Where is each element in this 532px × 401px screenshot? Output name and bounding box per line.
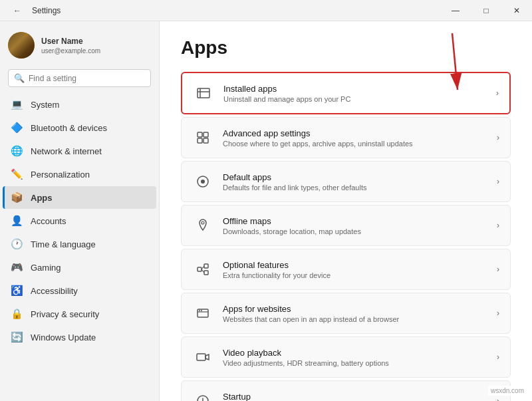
svg-point-9 bbox=[201, 221, 204, 224]
advanced-app-settings-icon bbox=[192, 127, 213, 148]
sidebar-item-accessibility[interactable]: ♿ Accessibility bbox=[3, 279, 156, 302]
svg-rect-3 bbox=[198, 132, 202, 137]
page-title: Apps bbox=[181, 37, 511, 59]
setting-subtitle-optional-features: Extra functionality for your device bbox=[223, 271, 331, 279]
search-box[interactable]: 🔍 bbox=[8, 69, 151, 87]
setting-item-offline-maps[interactable]: Offline maps Downloads, storage location… bbox=[181, 205, 511, 246]
setting-left-installed-apps: Installed apps Uninstall and manage apps… bbox=[193, 82, 350, 104]
setting-item-optional-features[interactable]: Optional features Extra functionality fo… bbox=[181, 249, 511, 290]
svg-rect-12 bbox=[204, 271, 208, 275]
setting-text-advanced-app-settings: Advanced app settings Choose where to ge… bbox=[223, 128, 413, 148]
setting-item-startup[interactable]: Startup Apps that start automatically wh… bbox=[181, 380, 511, 401]
setting-text-video-playback: Video playback Video adjustments, HDR st… bbox=[223, 348, 389, 367]
close-button[interactable]: ✕ bbox=[501, 0, 532, 21]
svg-point-17 bbox=[199, 310, 200, 311]
setting-text-optional-features: Optional features Extra functionality fo… bbox=[223, 260, 331, 279]
setting-title-optional-features: Optional features bbox=[223, 260, 331, 270]
minimize-button[interactable]: — bbox=[440, 0, 471, 21]
setting-item-apps-for-websites[interactable]: Apps for websites Websites that can open… bbox=[181, 293, 511, 334]
setting-title-installed-apps: Installed apps bbox=[223, 84, 350, 94]
accounts-icon: 👤 bbox=[11, 215, 23, 227]
sidebar-item-update[interactable]: 🔄 Windows Update bbox=[3, 326, 156, 348]
avatar bbox=[8, 32, 35, 59]
svg-rect-19 bbox=[197, 354, 205, 360]
user-email: user@example.com bbox=[41, 47, 100, 55]
setting-subtitle-default-apps: Defaults for file and link types, other … bbox=[223, 184, 366, 192]
setting-left-default-apps: Default apps Defaults for file and link … bbox=[192, 171, 366, 192]
setting-item-advanced-app-settings[interactable]: Advanced app settings Choose where to ge… bbox=[181, 117, 511, 158]
main-content: Apps Installed apps Uninstall and manage… bbox=[160, 21, 532, 401]
watermark: wsxdn.com bbox=[488, 386, 527, 396]
sidebar-item-apps[interactable]: 📦 Apps bbox=[3, 186, 156, 209]
setting-subtitle-apps-for-websites: Websites that can open in an app instead… bbox=[223, 315, 399, 323]
bluetooth-icon: 🔷 bbox=[11, 122, 23, 134]
setting-text-default-apps: Default apps Defaults for file and link … bbox=[223, 172, 366, 192]
time-icon: 🕐 bbox=[11, 238, 23, 250]
setting-text-apps-for-websites: Apps for websites Websites that can open… bbox=[223, 304, 399, 323]
app-title: Settings bbox=[32, 6, 61, 15]
apps-icon: 📦 bbox=[11, 192, 23, 203]
app-body: User Name user@example.com 🔍 💻 System 🔷 … bbox=[0, 21, 532, 401]
setting-left-advanced-app-settings: Advanced app settings Choose where to ge… bbox=[192, 127, 413, 148]
window-controls: — □ ✕ bbox=[440, 0, 532, 21]
sidebar-nav: 💻 System 🔷 Bluetooth & devices 🌐 Network… bbox=[0, 92, 159, 349]
setting-subtitle-installed-apps: Uninstall and manage apps on your PC bbox=[223, 95, 350, 103]
user-name: User Name bbox=[41, 37, 100, 46]
sidebar-label-privacy: Privacy & security bbox=[31, 309, 99, 319]
optional-features-icon bbox=[192, 259, 213, 280]
gaming-icon: 🎮 bbox=[11, 261, 23, 273]
setting-left-video-playback: Video playback Video adjustments, HDR st… bbox=[192, 346, 389, 368]
setting-item-video-playback[interactable]: Video playback Video adjustments, HDR st… bbox=[181, 336, 511, 378]
chevron-icon-apps-for-websites: › bbox=[497, 309, 499, 318]
setting-item-default-apps[interactable]: Default apps Defaults for file and link … bbox=[181, 161, 511, 202]
sidebar-item-network[interactable]: 🌐 Network & internet bbox=[3, 140, 156, 162]
sidebar-item-bluetooth[interactable]: 🔷 Bluetooth & devices bbox=[3, 116, 156, 139]
sidebar-label-update: Windows Update bbox=[31, 333, 96, 342]
chevron-icon-offline-maps: › bbox=[497, 221, 499, 230]
sidebar-item-system[interactable]: 💻 System bbox=[3, 93, 156, 116]
setting-text-offline-maps: Offline maps Downloads, storage location… bbox=[223, 216, 361, 235]
sidebar-label-accounts: Accounts bbox=[31, 216, 66, 226]
sidebar-item-gaming[interactable]: 🎮 Gaming bbox=[3, 256, 156, 279]
svg-rect-4 bbox=[203, 132, 208, 137]
titlebar-left: ← Settings bbox=[8, 1, 61, 20]
sidebar-label-network: Network & internet bbox=[31, 146, 102, 156]
sidebar-item-time[interactable]: 🕐 Time & language bbox=[3, 233, 156, 255]
search-icon: 🔍 bbox=[14, 73, 25, 83]
video-playback-icon bbox=[192, 346, 213, 368]
chevron-icon-startup: › bbox=[497, 396, 499, 401]
privacy-icon: 🔒 bbox=[11, 308, 23, 320]
sidebar-label-gaming: Gaming bbox=[31, 263, 61, 273]
sidebar-label-system: System bbox=[31, 100, 59, 110]
setting-text-startup: Startup Apps that start automatically wh… bbox=[223, 392, 371, 402]
svg-rect-10 bbox=[198, 267, 201, 271]
accessibility-icon: ♿ bbox=[11, 285, 23, 297]
sidebar-item-personalization[interactable]: ✏️ Personalization bbox=[3, 163, 156, 186]
chevron-icon-advanced-app-settings: › bbox=[497, 133, 499, 142]
sidebar-item-privacy[interactable]: 🔒 Privacy & security bbox=[3, 303, 156, 325]
setting-title-apps-for-websites: Apps for websites bbox=[223, 304, 399, 314]
setting-title-advanced-app-settings: Advanced app settings bbox=[223, 128, 413, 138]
installed-apps-icon bbox=[193, 82, 214, 104]
offline-maps-icon bbox=[192, 215, 213, 236]
maximize-button[interactable]: □ bbox=[471, 0, 501, 21]
setting-subtitle-video-playback: Video adjustments, HDR streaming, batter… bbox=[223, 359, 389, 367]
personalization-icon: ✏️ bbox=[11, 168, 23, 180]
system-icon: 💻 bbox=[11, 98, 23, 110]
setting-title-startup: Startup bbox=[223, 392, 371, 402]
chevron-icon-installed-apps: › bbox=[496, 88, 499, 98]
setting-subtitle-advanced-app-settings: Choose where to get apps, archive apps, … bbox=[223, 140, 413, 148]
sidebar-label-bluetooth: Bluetooth & devices bbox=[31, 123, 107, 133]
setting-title-video-playback: Video playback bbox=[223, 348, 389, 358]
back-button[interactable]: ← bbox=[8, 1, 27, 20]
user-info: User Name user@example.com bbox=[41, 37, 100, 55]
sidebar-item-accounts[interactable]: 👤 Accounts bbox=[3, 209, 156, 232]
startup-icon bbox=[192, 390, 213, 401]
sidebar: User Name user@example.com 🔍 💻 System 🔷 … bbox=[0, 21, 160, 401]
setting-left-apps-for-websites: Apps for websites Websites that can open… bbox=[192, 303, 399, 324]
svg-rect-5 bbox=[198, 138, 202, 143]
user-profile[interactable]: User Name user@example.com bbox=[0, 21, 159, 67]
search-input[interactable] bbox=[29, 74, 145, 83]
setting-item-installed-apps[interactable]: Installed apps Uninstall and manage apps… bbox=[181, 72, 511, 114]
network-icon: 🌐 bbox=[11, 145, 23, 157]
